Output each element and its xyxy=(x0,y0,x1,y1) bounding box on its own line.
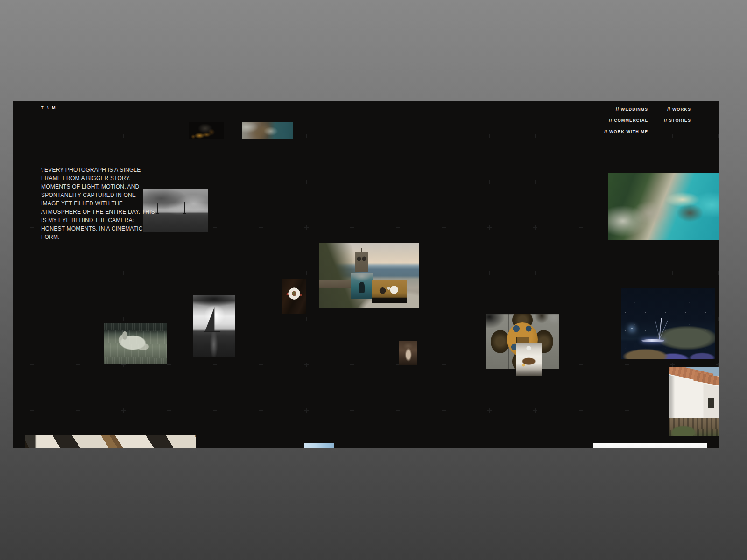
grid-plus-mark xyxy=(487,271,492,275)
grid-plus-mark xyxy=(442,317,446,321)
boat-hull-lit xyxy=(641,339,664,342)
nav-item-stories[interactable]: // STORIES xyxy=(664,118,691,123)
grid-plus-mark xyxy=(625,271,629,275)
grid-plus-mark xyxy=(213,225,217,230)
grid-plus-mark xyxy=(487,134,492,138)
photo-dish-closeup[interactable] xyxy=(516,343,542,376)
grid-plus-mark xyxy=(304,408,309,413)
chapel-roof-lower xyxy=(693,372,719,391)
grid-plus-mark xyxy=(533,180,537,184)
photo-blue-sky-sliver[interactable] xyxy=(304,443,334,448)
grid-plus-mark xyxy=(579,225,583,230)
grid-plus-mark xyxy=(304,134,309,138)
grid-plus-mark xyxy=(304,363,309,367)
grid-plus-mark xyxy=(670,134,675,138)
photo-horse-in-grass[interactable] xyxy=(104,323,167,364)
grid-plus-mark xyxy=(30,408,34,413)
grid-plus-mark xyxy=(121,408,126,413)
grid-plus-mark xyxy=(213,271,217,275)
grid-plus-mark xyxy=(76,363,80,367)
grid-plus-mark xyxy=(213,180,217,184)
grid-plus-mark xyxy=(259,271,263,275)
grid-plus-mark xyxy=(76,317,80,321)
photo-coastline-aerial-strip[interactable] xyxy=(242,122,293,139)
grid-plus-mark xyxy=(716,363,719,367)
grid-plus-mark xyxy=(579,408,583,413)
grid-plus-mark xyxy=(30,225,34,230)
grid-plus-mark xyxy=(350,134,354,138)
nav-item-commercial[interactable]: // COMMERCIAL xyxy=(609,118,648,123)
grid-plus-mark xyxy=(625,363,629,367)
nav-item-work-with-me[interactable]: // WORK WITH ME xyxy=(604,129,648,134)
photo-figure-in-dim-room[interactable] xyxy=(399,341,417,365)
grid-plus-mark xyxy=(259,225,263,230)
grid-plus-mark xyxy=(259,363,263,367)
grid-plus-mark xyxy=(487,225,492,230)
photo-interior-stair-beams[interactable] xyxy=(25,435,196,448)
grid-plus-mark xyxy=(579,134,583,138)
grid-plus-mark xyxy=(350,363,354,367)
grid-plus-mark xyxy=(442,180,446,184)
grid-plus-mark xyxy=(76,134,80,138)
grid-plus-mark xyxy=(396,180,400,184)
photo-white-chapel[interactable] xyxy=(669,367,719,436)
grid-plus-mark xyxy=(396,408,400,413)
grid-plus-mark xyxy=(350,317,354,321)
grid-plus-mark xyxy=(716,134,719,138)
grid-plus-mark xyxy=(579,180,583,184)
grid-plus-mark xyxy=(259,317,263,321)
photo-night-harbor-stars[interactable] xyxy=(621,288,715,359)
photo-person-by-teal-water[interactable] xyxy=(351,273,373,299)
grid-plus-mark xyxy=(167,317,171,321)
grid-plus-mark xyxy=(30,134,34,138)
photo-night-lights-strip[interactable] xyxy=(189,122,224,139)
photo-wooden-table-flatlay[interactable] xyxy=(372,280,407,303)
grid-plus-mark xyxy=(670,363,675,367)
grid-plus-mark xyxy=(442,134,446,138)
grid-plus-mark xyxy=(487,408,492,413)
grid-plus-mark xyxy=(121,271,126,275)
photo-plate-on-dark-table[interactable] xyxy=(282,279,306,314)
sailboat-mast-left xyxy=(157,203,158,213)
photo-white-sliver[interactable] xyxy=(593,443,707,448)
grid-plus-mark xyxy=(167,180,171,184)
grid-plus-mark xyxy=(167,134,171,138)
grid-plus-mark xyxy=(533,134,537,138)
grid-plus-mark xyxy=(350,225,354,230)
grid-plus-mark xyxy=(442,225,446,230)
grid-plus-mark xyxy=(167,408,171,413)
grid-plus-mark xyxy=(487,180,492,184)
grid-plus-mark xyxy=(442,363,446,367)
grid-plus-mark xyxy=(76,271,80,275)
photo-turquoise-cove-aerial[interactable] xyxy=(608,173,719,240)
grid-plus-mark xyxy=(167,271,171,275)
grid-plus-mark xyxy=(579,317,583,321)
grid-plus-mark xyxy=(396,134,400,138)
grid-plus-mark xyxy=(625,408,629,413)
grid-plus-mark xyxy=(76,408,80,413)
bell-tower-shape xyxy=(355,252,368,272)
sailboat-mast-right xyxy=(184,202,185,214)
intro-statement: \ EVERY PHOTOGRAPH IS A SINGLE FRAME FRO… xyxy=(41,166,156,241)
photo-sailboat-sunset-bw[interactable] xyxy=(193,295,235,357)
grid-plus-mark xyxy=(579,271,583,275)
grid-plus-mark xyxy=(259,408,263,413)
grid-plus-mark xyxy=(304,180,309,184)
main-nav: // WEDDINGS // WORKS // COMMERCIAL // ST… xyxy=(604,107,691,134)
grid-plus-mark xyxy=(625,134,629,138)
grid-plus-mark xyxy=(167,363,171,367)
nav-item-works[interactable]: // WORKS xyxy=(667,107,691,112)
grid-plus-mark xyxy=(716,317,719,321)
grid-plus-mark xyxy=(304,317,309,321)
nav-item-weddings[interactable]: // WEDDINGS xyxy=(616,107,648,112)
sail-silhouette xyxy=(205,307,216,331)
person-silhouette xyxy=(359,282,365,293)
site-canvas: T \ M // WEDDINGS // WORKS // COMMERCIAL… xyxy=(13,101,719,448)
hull-silhouette xyxy=(204,331,220,332)
site-logo[interactable]: T \ M xyxy=(41,105,56,110)
grid-plus-mark xyxy=(396,317,400,321)
grid-plus-mark xyxy=(533,225,537,230)
grid-plus-mark xyxy=(716,271,719,275)
grid-plus-mark xyxy=(442,408,446,413)
grid-plus-mark xyxy=(579,363,583,367)
